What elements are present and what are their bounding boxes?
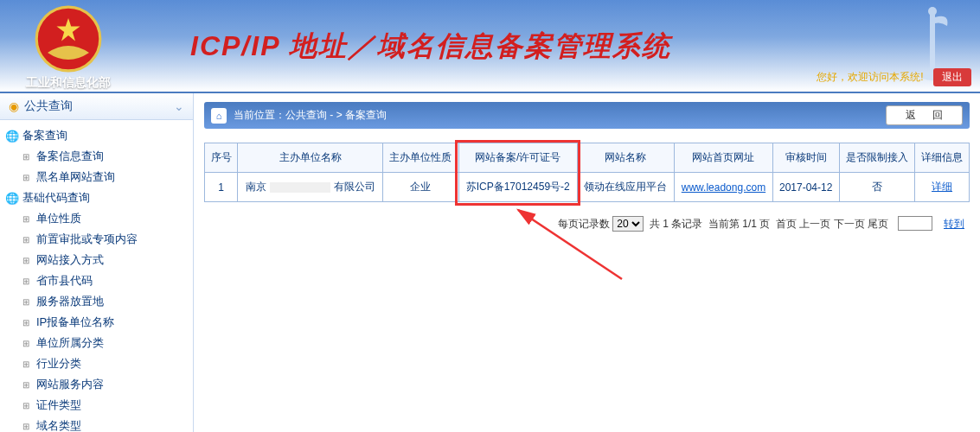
sidebar-item-label: 证件类型 (36, 397, 81, 413)
sidebar-item-label: 网站服务内容 (36, 377, 104, 392)
table-header-cell: 序号 (205, 143, 238, 173)
expand-icon: ⊞ (19, 380, 33, 390)
goto-page-input[interactable] (898, 216, 932, 231)
sidebar: ◉ 公共查询 ⌄ 🌐备案查询⊞备案信息查询⊞黑名单网站查询🌐基础代码查询⊞单位性… (0, 93, 194, 432)
sidebar-item[interactable]: ⊞黑名单网站查询 (3, 167, 189, 187)
breadcrumb-text: 当前位置：公共查询 - > 备案查询 (234, 108, 387, 123)
welcome-bar: 您好，欢迎访问本系统! 退出 (817, 68, 971, 86)
sidebar-item[interactable]: ⊞证件类型 (3, 395, 189, 416)
sidebar-item[interactable]: ⊞IP报备单位名称 (3, 312, 189, 333)
sidebar-item-label: IP报备单位名称 (36, 314, 114, 330)
nav-tree: 🌐备案查询⊞备案信息查询⊞黑名单网站查询🌐基础代码查询⊞单位性质⊞前置审批或专项… (0, 120, 193, 432)
sidebar-item[interactable]: ⊞网站服务内容 (3, 374, 189, 395)
detail-link[interactable]: 详细 (932, 181, 952, 193)
svg-point-4 (928, 7, 937, 16)
total-text: 共 1 条记录 (650, 218, 702, 230)
sidebar-item-label: 网站接入方式 (36, 252, 104, 268)
sidebar-item[interactable]: ⊞行业分类 (3, 353, 189, 374)
cell-seq: 1 (205, 173, 238, 202)
cell-org-name: 南京有限公司 (238, 173, 383, 202)
sidebar-item-label: 服务器放置地 (36, 294, 104, 309)
sidebar-item-label: 省市县代码 (36, 273, 93, 289)
table-header-cell: 网站名称 (577, 143, 674, 173)
expand-icon: ⊞ (19, 359, 33, 369)
sidebar-group[interactable]: 🌐基础代码查询 (3, 187, 189, 208)
sidebar-item-label: 行业分类 (36, 356, 81, 372)
back-button[interactable]: 返 回 (886, 105, 963, 125)
expand-icon: ⊞ (19, 401, 33, 410)
redacted-block (270, 182, 330, 193)
next-page-link[interactable]: 下一页 (834, 218, 865, 230)
cell-audit-date: 2017-04-12 (772, 173, 839, 202)
expand-icon: ⊞ (19, 422, 33, 431)
per-page-label: 每页记录数 (558, 218, 610, 230)
goto-link[interactable]: 转到 (944, 218, 964, 230)
sidebar-item-label: 备案信息查询 (36, 149, 104, 164)
sidebar-panel-header[interactable]: ◉ 公共查询 ⌄ (0, 93, 193, 120)
cell-detail: 详细 (915, 173, 970, 202)
sidebar-item-label: 域名类型 (36, 418, 81, 432)
sidebar-item-label: 单位所属分类 (36, 335, 104, 351)
expand-icon: ⊞ (19, 173, 33, 182)
table-header-cell: 主办单位性质 (383, 143, 459, 173)
logout-button[interactable]: 退出 (933, 68, 971, 86)
main-content: ⌂ 当前位置：公共查询 - > 备案查询 返 回 序号主办单位名称主办单位性质网… (194, 93, 980, 432)
svg-rect-2 (930, 13, 935, 73)
sidebar-item[interactable]: ⊞单位所属分类 (3, 333, 189, 353)
collapse-icon: ◉ (9, 99, 19, 113)
expand-icon: ⊞ (19, 214, 33, 224)
sidebar-item-label: 单位性质 (36, 211, 81, 226)
cell-site-name: 领动在线应用平台 (577, 173, 674, 202)
sidebar-item[interactable]: ⊞省市县代码 (3, 270, 189, 291)
logo-area: 工业和信息化部 (26, 4, 111, 91)
sidebar-item-label: 前置审批或专项内容 (36, 232, 138, 247)
sidebar-panel-title: 公共查询 (24, 98, 73, 114)
expand-icon: ⊞ (19, 318, 33, 327)
table-header-cell: 是否限制接入 (839, 143, 915, 173)
page-text: 当前第 1/1 页 (708, 218, 770, 230)
cell-license-no: 苏ICP备17012459号-2 (458, 173, 577, 202)
expand-icon: ⊞ (19, 235, 33, 245)
sidebar-group[interactable]: 🌐备案查询 (3, 125, 189, 146)
globe-icon: 🌐 (5, 130, 19, 143)
sidebar-item[interactable]: ⊞单位性质 (3, 208, 189, 229)
records-table: 序号主办单位名称主办单位性质网站备案/许可证号网站名称网站首页网址审核时间是否限… (204, 143, 970, 202)
first-page-link[interactable]: 首页 (776, 218, 797, 230)
table-header-cell: 详细信息 (915, 143, 970, 173)
sidebar-item-label: 基础代码查询 (22, 190, 90, 206)
globe-icon: 🌐 (5, 192, 19, 205)
system-title: ICP/IP 地址／域名信息备案管理系统 (190, 28, 671, 66)
sidebar-item[interactable]: ⊞服务器放置地 (3, 291, 189, 312)
expand-icon: ⊞ (19, 276, 33, 286)
pager: 每页记录数 20 共 1 条记录 当前第 1/1 页 首页 上一页 下一页 尾页… (204, 216, 970, 232)
expand-icon: ⊞ (19, 256, 33, 265)
expand-icon: ⊞ (19, 152, 33, 162)
welcome-text: 您好，欢迎访问本系统! (817, 71, 923, 83)
sidebar-item[interactable]: ⊞域名类型 (3, 416, 189, 432)
sidebar-item-label: 黑名单网站查询 (36, 169, 115, 185)
org-name: 工业和信息化部 (26, 75, 111, 91)
home-icon[interactable]: ⌂ (211, 108, 227, 124)
sidebar-item[interactable]: ⊞备案信息查询 (3, 146, 189, 167)
table-row: 1 南京有限公司 企业 苏ICP备17012459号-2 领动在线应用平台 ww… (205, 173, 970, 202)
cell-restricted: 否 (839, 173, 915, 202)
sidebar-item-label: 备案查询 (22, 128, 67, 143)
prev-page-link[interactable]: 上一页 (799, 218, 830, 230)
last-page-link[interactable]: 尾页 (868, 218, 888, 230)
app-header: 工业和信息化部 ICP/IP 地址／域名信息备案管理系统 您好，欢迎访问本系统!… (0, 0, 980, 93)
table-header-cell: 审核时间 (772, 143, 839, 173)
table-header-cell: 网站首页网址 (675, 143, 773, 173)
chevron-down-icon: ⌄ (174, 99, 184, 113)
breadcrumb: ⌂ 当前位置：公共查询 - > 备案查询 返 回 (204, 102, 970, 129)
table-header-cell: 网站备案/许可证号 (458, 143, 577, 173)
sidebar-item[interactable]: ⊞网站接入方式 (3, 250, 189, 270)
per-page-select[interactable]: 20 (612, 216, 644, 232)
svg-point-0 (36, 7, 100, 71)
table-header-cell: 主办单位名称 (238, 143, 383, 173)
cell-homepage: www.leadong.com (675, 173, 773, 202)
expand-icon: ⊞ (19, 339, 33, 348)
national-emblem-icon (34, 4, 103, 73)
expand-icon: ⊞ (19, 297, 33, 307)
sidebar-item[interactable]: ⊞前置审批或专项内容 (3, 229, 189, 250)
homepage-link[interactable]: www.leadong.com (682, 181, 765, 194)
